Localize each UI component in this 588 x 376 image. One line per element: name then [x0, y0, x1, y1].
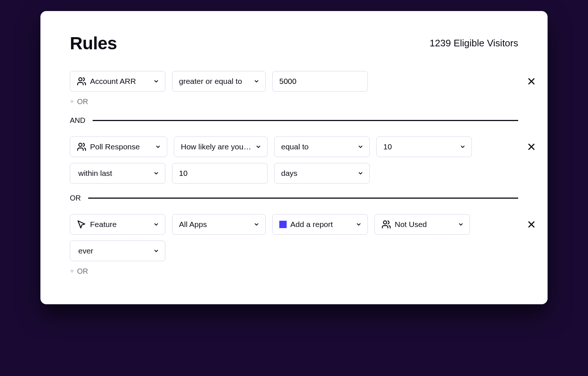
dropdown-label: All Apps	[179, 220, 250, 229]
rules-header: Rules 1239 Eligible Visitors	[70, 33, 518, 53]
rule-groups: Account ARRgreater or equal to+ORANDPoll…	[70, 71, 518, 276]
separator-label: AND	[70, 116, 85, 125]
or-separator: OR	[70, 194, 518, 202]
separator-line	[93, 120, 518, 121]
rule-group: ORFeatureAll AppsAdd a reportNot Usedeve…	[70, 194, 518, 276]
filter-dropdown[interactable]: greater or equal to	[172, 71, 266, 92]
and-separator: AND	[70, 116, 518, 125]
chevron-down-icon	[153, 221, 159, 227]
rule-group: ANDPoll ResponseHow likely are you…equal…	[70, 116, 518, 184]
filter-dropdown[interactable]: equal to	[274, 136, 370, 157]
dropdown-label: within last	[78, 169, 150, 178]
chevron-down-icon	[153, 78, 159, 84]
dropdown-label: Not Used	[395, 220, 454, 229]
remove-rule-button[interactable]	[526, 76, 537, 86]
dropdown-label: Add a report	[290, 220, 352, 229]
page-title: Rules	[70, 33, 117, 53]
people-icon	[381, 220, 391, 229]
color-swatch	[279, 221, 287, 228]
svg-point-0	[79, 78, 82, 81]
remove-rule-button[interactable]	[526, 142, 537, 152]
chevron-down-icon	[254, 78, 259, 84]
dropdown-label: 10	[383, 142, 456, 151]
filter-dropdown[interactable]: ever	[70, 241, 165, 261]
chevron-down-icon	[153, 170, 159, 176]
rule-group: Account ARRgreater or equal to+OR	[70, 71, 518, 106]
dropdown-label: equal to	[281, 142, 354, 151]
plus-icon: +	[70, 97, 74, 106]
people-icon	[77, 142, 86, 152]
dropdown-label: Poll Response	[90, 142, 151, 151]
add-or-button[interactable]: +OR	[70, 97, 518, 106]
chevron-down-icon	[356, 221, 362, 227]
dropdown-label: days	[281, 169, 354, 178]
svg-point-6	[383, 221, 387, 224]
dropdown-label: How likely are you…	[181, 142, 252, 151]
filter-dropdown[interactable]: 10	[376, 136, 472, 157]
value-input-field[interactable]	[179, 169, 261, 178]
filter-dropdown[interactable]: How likely are you…	[174, 136, 268, 157]
chevron-down-icon	[153, 248, 159, 254]
filter-dropdown[interactable]: Account ARR	[70, 71, 165, 92]
filter-dropdown[interactable]: within last	[70, 163, 165, 184]
people-icon	[77, 77, 86, 86]
value-input-field[interactable]	[279, 77, 362, 86]
plus-icon: +	[70, 267, 74, 276]
rules-card: Rules 1239 Eligible Visitors Account ARR…	[40, 11, 548, 304]
rule-row: within lastdays	[70, 163, 518, 184]
remove-rule-button[interactable]	[526, 219, 537, 230]
chevron-down-icon	[358, 170, 363, 176]
rule-row: FeatureAll AppsAdd a reportNot Used	[70, 214, 518, 235]
filter-dropdown[interactable]: Add a report	[272, 214, 368, 235]
chevron-down-icon	[155, 144, 161, 150]
filter-dropdown[interactable]: All Apps	[172, 214, 266, 235]
filter-dropdown[interactable]: Not Used	[374, 214, 470, 235]
rule-row: ever	[70, 241, 518, 261]
add-or-label: OR	[77, 267, 88, 276]
add-or-button[interactable]: +OR	[70, 267, 518, 276]
rule-row: Account ARRgreater or equal to	[70, 71, 518, 92]
separator-line	[88, 198, 518, 199]
chevron-down-icon	[254, 221, 259, 227]
value-input[interactable]	[172, 163, 268, 184]
dropdown-label: Feature	[90, 220, 150, 229]
chevron-down-icon	[458, 221, 464, 227]
dropdown-label: ever	[78, 246, 150, 255]
separator-label: OR	[70, 194, 81, 202]
chevron-down-icon	[358, 144, 363, 150]
add-or-label: OR	[77, 97, 88, 106]
rule-row: Poll ResponseHow likely are you…equal to…	[70, 136, 518, 157]
chevron-down-icon	[460, 144, 466, 150]
cursor-icon	[77, 220, 86, 229]
chevron-down-icon	[255, 144, 261, 150]
filter-dropdown[interactable]: Poll Response	[70, 136, 167, 157]
svg-point-3	[79, 143, 82, 146]
dropdown-label: greater or equal to	[179, 77, 250, 86]
dropdown-label: Account ARR	[90, 77, 150, 86]
filter-dropdown[interactable]: Feature	[70, 214, 165, 235]
filter-dropdown[interactable]: days	[274, 163, 370, 184]
eligible-visitors-count: 1239 Eligible Visitors	[430, 38, 518, 49]
value-input[interactable]	[272, 71, 368, 92]
